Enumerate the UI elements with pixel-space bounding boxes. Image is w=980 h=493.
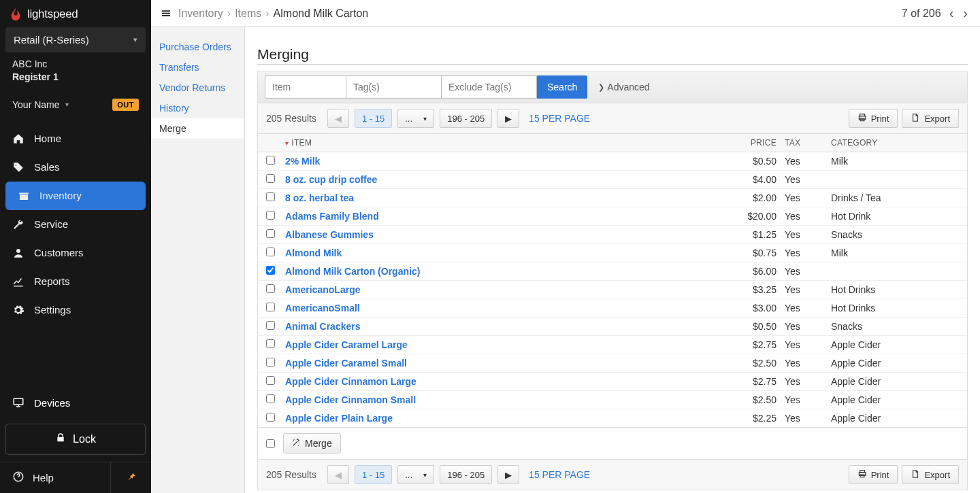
nav-item-inventory[interactable]: Inventory [5, 182, 146, 210]
lock-label: Lock [73, 433, 96, 445]
item-tax: Yes [777, 358, 809, 369]
row-checkbox[interactable] [266, 339, 275, 348]
row-checkbox[interactable] [266, 229, 275, 238]
item-tax: Yes [777, 266, 809, 277]
item-price: $2.25 [730, 413, 777, 424]
page-range-current[interactable]: 1 - 15 [355, 109, 392, 128]
item-link[interactable]: Apple Cider Cinnamon Small [285, 394, 416, 405]
next-page-button[interactable]: ▶ [497, 465, 519, 484]
pin-button[interactable] [110, 462, 151, 493]
nav-item-settings[interactable]: Settings [0, 296, 151, 324]
svg-rect-1 [14, 398, 23, 405]
column-tax[interactable]: TAX [777, 138, 809, 148]
item-link[interactable]: Apple Cider Cinnamon Large [285, 376, 416, 387]
lock-button[interactable]: Lock [5, 424, 146, 455]
item-category: Snacks [809, 229, 959, 240]
row-checkbox[interactable] [266, 192, 275, 201]
item-link[interactable]: Apple Cider Caramel Small [285, 358, 407, 369]
item-category: Drinks / Tea [809, 192, 959, 203]
export-button[interactable]: Export [902, 465, 959, 484]
row-checkbox[interactable] [266, 413, 275, 422]
page-ellipsis-dropdown[interactable]: ...▾ [397, 109, 434, 128]
row-checkbox[interactable] [266, 174, 275, 183]
devices-link[interactable]: Devices [0, 388, 151, 417]
search-exclude-tags-input[interactable] [442, 75, 537, 99]
page-ellipsis-dropdown[interactable]: ...▾ [397, 465, 434, 484]
item-link[interactable]: Adams Family Blend [285, 211, 379, 222]
next-record-button[interactable]: › [962, 5, 969, 21]
print-button[interactable]: Print [849, 109, 898, 128]
item-price: $2.50 [730, 358, 777, 369]
next-page-button[interactable]: ▶ [497, 109, 519, 128]
prev-page-button[interactable]: ◀ [327, 465, 349, 484]
page-range-last[interactable]: 196 - 205 [440, 109, 492, 128]
results-count: 205 Results [266, 113, 316, 124]
column-price[interactable]: PRICE [730, 138, 777, 148]
page-range-last[interactable]: 196 - 205 [440, 465, 492, 484]
item-price: $3.25 [730, 284, 777, 295]
nav-item-home[interactable]: Home [0, 124, 151, 153]
item-link[interactable]: 8 oz. herbal tea [285, 192, 354, 203]
export-button[interactable]: Export [902, 109, 959, 128]
item-tax: Yes [777, 248, 809, 258]
wrench-icon [12, 218, 24, 231]
nav-item-service[interactable]: Service [0, 210, 151, 239]
item-category: Hot Drinks [809, 303, 959, 313]
item-link[interactable]: AmericanoSmall [285, 303, 360, 313]
subnav-item-transfers[interactable]: Transfers [151, 57, 244, 78]
per-page-toggle[interactable]: 15 PER PAGE [529, 113, 590, 124]
nav-item-customers[interactable]: Customers [0, 239, 151, 267]
search-item-input[interactable] [265, 75, 346, 99]
subnav-item-purchase-orders[interactable]: Purchase Orders [151, 37, 244, 57]
page-range-current[interactable]: 1 - 15 [355, 465, 392, 484]
merge-button[interactable]: Merge [283, 433, 341, 454]
prev-page-button[interactable]: ◀ [327, 109, 349, 128]
item-price: $1.25 [730, 229, 777, 240]
row-checkbox[interactable] [266, 303, 275, 311]
item-link[interactable]: 8 oz. cup drip coffee [285, 174, 377, 185]
user-row[interactable]: Your Name ▾ OUT [0, 92, 151, 120]
column-category[interactable]: CATEGORY [809, 138, 959, 148]
advanced-toggle[interactable]: ❯ Advanced [598, 82, 649, 92]
print-button[interactable]: Print [849, 465, 898, 484]
row-checkbox[interactable] [266, 266, 275, 275]
item-link[interactable]: Almond Milk Carton (Organic) [285, 266, 420, 277]
company-block: ABC Inc Register 1 [0, 58, 151, 92]
monitor-icon [12, 396, 24, 409]
item-link[interactable]: AmericanoLarge [285, 284, 360, 295]
nav-item-reports[interactable]: Reports [0, 267, 151, 296]
column-item[interactable]: ▾ ITEM [285, 138, 730, 148]
chevron-down-icon: ▾ [423, 471, 427, 479]
item-link[interactable]: Animal Crackers [285, 321, 361, 332]
item-link[interactable]: Almond Milk [285, 248, 342, 258]
item-link[interactable]: Apple Cider Plain Large [285, 413, 393, 424]
row-checkbox[interactable] [266, 321, 275, 330]
help-button[interactable]: Help [0, 462, 110, 493]
prev-record-button[interactable]: ‹ [948, 5, 956, 21]
search-tags-input[interactable] [346, 75, 442, 99]
table-row: Almond Milk Carton (Organic)$6.00Yes [258, 262, 967, 281]
row-checkbox[interactable] [266, 248, 275, 256]
item-price: $4.00 [730, 174, 777, 185]
row-checkbox[interactable] [266, 394, 275, 403]
select-all-checkbox[interactable] [266, 439, 275, 448]
clock-out-badge[interactable]: OUT [112, 99, 139, 111]
breadcrumb-items[interactable]: Items [235, 7, 261, 20]
breadcrumb-root[interactable]: Inventory [178, 7, 223, 20]
row-checkbox[interactable] [266, 284, 275, 293]
subnav-item-merge[interactable]: Merge [151, 118, 244, 139]
row-checkbox[interactable] [266, 358, 275, 367]
shop-selector[interactable]: Retail (R-Series) ▾ [5, 27, 146, 52]
subnav-item-vendor-returns[interactable]: Vendor Returns [151, 78, 244, 98]
item-link[interactable]: Albanese Gummies [285, 229, 374, 240]
per-page-toggle[interactable]: 15 PER PAGE [529, 469, 590, 480]
search-button[interactable]: Search [537, 75, 587, 99]
item-price: $0.75 [730, 248, 777, 258]
row-checkbox[interactable] [266, 376, 275, 385]
item-link[interactable]: 2% Milk [285, 156, 320, 167]
item-link[interactable]: Apple Cider Caramel Large [285, 339, 408, 350]
nav-item-sales[interactable]: Sales [0, 153, 151, 182]
row-checkbox[interactable] [266, 211, 275, 220]
subnav-item-history[interactable]: History [151, 98, 244, 118]
row-checkbox[interactable] [266, 156, 275, 165]
